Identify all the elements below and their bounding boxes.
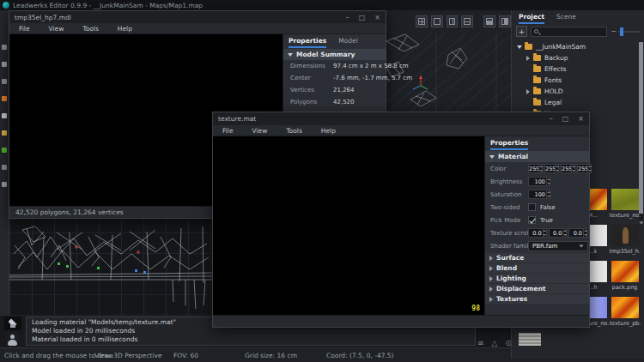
tool-icon[interactable]: [2, 148, 7, 153]
wireframe-viewport[interactable]: [9, 220, 212, 316]
thumbnail-size-slider[interactable]: −: [611, 27, 641, 35]
asset-thumbnail[interactable]: [611, 189, 639, 210]
warning-icon[interactable]: △: [492, 339, 498, 347]
close-icon[interactable]: ×: [578, 115, 584, 123]
model-summary-header[interactable]: Model Summary: [283, 49, 386, 60]
tab-model[interactable]: Model: [338, 34, 358, 48]
tool-icon[interactable]: [2, 79, 7, 84]
tree-item-label: Fonts: [544, 76, 562, 84]
fps-counter: 98: [471, 305, 480, 312]
tree-item-legal[interactable]: Legal: [512, 97, 639, 108]
asset-thumbnail[interactable]: [611, 297, 639, 318]
tool-icon[interactable]: [2, 130, 7, 136]
tool-icon[interactable]: [2, 113, 7, 118]
slider-handle[interactable]: [620, 27, 623, 36]
tab-project[interactable]: Project: [519, 10, 544, 24]
tree-item-fonts[interactable]: Fonts: [512, 75, 639, 86]
tool-icon[interactable]: [2, 45, 7, 50]
material-preview-canvas[interactable]: 98: [213, 136, 484, 315]
menu-tools[interactable]: Tools: [276, 127, 311, 135]
menu-file[interactable]: File: [213, 127, 243, 135]
tab-properties[interactable]: Properties: [289, 34, 326, 48]
tree-item-hold[interactable]: HOLD: [512, 86, 639, 97]
asset-thumbnail[interactable]: [611, 261, 639, 282]
status-fov: FOV: 60: [173, 352, 198, 359]
menu-view[interactable]: View: [39, 25, 74, 33]
color-r-input[interactable]: 255: [528, 164, 543, 173]
pick-mode-checkbox[interactable]: [528, 216, 536, 224]
tool-icon[interactable]: [2, 182, 7, 187]
color-a-input[interactable]: 255: [577, 164, 592, 173]
tool-icon[interactable]: [2, 96, 7, 101]
section-displacement[interactable]: Displacement: [485, 284, 589, 293]
log-list-icon[interactable]: ≡: [477, 339, 484, 347]
console-line: Material loaded in 0 milliseconds: [32, 335, 470, 344]
section-blend[interactable]: Blend: [485, 263, 589, 273]
maximize-icon[interactable]: □: [562, 115, 569, 123]
texture-scroll-z-input[interactable]: 0.0: [568, 228, 587, 238]
account-avatar[interactable]: [5, 332, 20, 347]
menu-help[interactable]: Help: [312, 127, 345, 135]
learn-icon[interactable]: [4, 317, 21, 330]
layout-right-pane-button[interactable]: [499, 15, 511, 27]
asset-label: texture_no...: [610, 212, 641, 219]
material-section-header[interactable]: Material: [485, 151, 589, 162]
layout-horizontal-split-button[interactable]: [461, 15, 473, 27]
menu-tools[interactable]: Tools: [73, 25, 107, 33]
expand-icon[interactable]: [526, 89, 530, 94]
minimize-icon[interactable]: –: [550, 115, 553, 123]
tab-properties[interactable]: Properties: [490, 136, 528, 150]
tool-icon[interactable]: [2, 165, 7, 170]
section-surface[interactable]: Surface: [485, 253, 589, 262]
layout-single-button[interactable]: [431, 15, 443, 27]
section-textures[interactable]: Textures: [485, 294, 589, 304]
tab-scene[interactable]: Scene: [556, 10, 576, 24]
search-icon: [534, 29, 538, 33]
summary-row-polygons: Polygons 42,520: [283, 96, 386, 108]
summary-row-dimensions: Dimensions 97.4 cm x 2 m x 58.8 cm: [283, 60, 386, 72]
asset-item[interactable]: [513, 331, 545, 362]
leadwerks-editor: Leadwerks Editor 0.9.9 - __JunkMainSam -…: [0, 0, 644, 362]
asset-item[interactable]: pack.png: [609, 259, 641, 295]
shader-family-select[interactable]: PBR.fam: [528, 241, 588, 251]
model-window-titlebar[interactable]: tmp35el_hp7.mdl – □ ×: [9, 11, 386, 23]
tree-item-label: Effects: [544, 65, 567, 73]
brightness-input[interactable]: 100: [528, 177, 550, 186]
asset-thumbnail[interactable]: [519, 333, 541, 346]
two-sided-checkbox[interactable]: [528, 203, 536, 211]
minimize-icon[interactable]: –: [346, 14, 349, 21]
asset-item[interactable]: texture_pb...: [609, 295, 641, 331]
expand-icon[interactable]: [526, 56, 530, 61]
asset-thumbnail[interactable]: [611, 225, 639, 246]
add-button[interactable]: +: [516, 26, 527, 37]
tree-item-backup[interactable]: Backup: [512, 52, 639, 63]
menu-view[interactable]: View: [243, 127, 277, 135]
material-properties-panel: Properties Material Color 255 255 255 25…: [484, 136, 589, 315]
close-icon[interactable]: ×: [374, 14, 380, 21]
saturation-input[interactable]: 100: [528, 190, 550, 199]
color-g-input[interactable]: 255: [544, 164, 559, 173]
asset-item[interactable]: tmp35el_h...: [609, 223, 641, 259]
maximize-icon[interactable]: □: [359, 14, 366, 21]
asset-item[interactable]: texture_no...: [609, 187, 641, 223]
status-view: View: 3D Perspective: [94, 352, 162, 359]
color-b-input[interactable]: 255: [561, 164, 575, 173]
status-grid: Grid size: 16 cm: [245, 352, 297, 359]
layout-quad-button[interactable]: [416, 15, 428, 27]
search-input[interactable]: [531, 27, 607, 37]
tool-icon[interactable]: [2, 62, 7, 67]
material-row-texture-scroll: Texture scroll 0.0 0.0 0.0: [485, 226, 589, 239]
material-window-titlebar[interactable]: texture.mat – □ ×: [213, 112, 589, 125]
menu-help[interactable]: Help: [108, 25, 142, 33]
menu-file[interactable]: File: [9, 25, 39, 33]
tree-item-root[interactable]: __JunkMainSam: [512, 41, 639, 52]
layout-bottom-pane-button[interactable]: [483, 15, 495, 27]
texture-scroll-y-input[interactable]: 0.0: [549, 228, 568, 238]
perspective-viewport[interactable]: [386, 33, 511, 113]
tree-item-effects[interactable]: Effects: [512, 63, 639, 75]
project-toolbar: + −: [512, 24, 644, 39]
section-lighting[interactable]: Lighting: [485, 274, 589, 283]
texture-scroll-x-input[interactable]: 0.0: [528, 228, 547, 238]
layout-vertical-split-button[interactable]: [447, 15, 459, 27]
collapse-icon[interactable]: [517, 45, 522, 49]
